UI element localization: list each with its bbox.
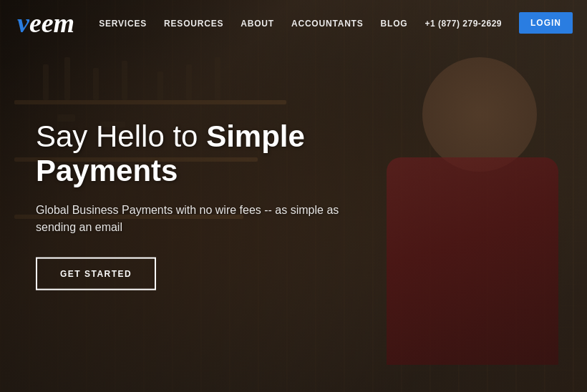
- nav-link-resources[interactable]: RESOURCES: [164, 19, 223, 29]
- hero-section: v eem SERVICES RESOURCES ABOUT ACCOUNTAN…: [0, 0, 587, 392]
- hero-content: Say Hello to Simple Payments Global Busi…: [36, 119, 408, 290]
- get-started-button[interactable]: GET STARTED: [36, 257, 156, 290]
- nav-item-about[interactable]: ABOUT: [241, 16, 274, 29]
- hero-headline: Say Hello to Simple Payments: [36, 119, 408, 189]
- nav-links: SERVICES RESOURCES ABOUT ACCOUNTANTS BLO…: [99, 12, 573, 34]
- nav-link-services[interactable]: SERVICES: [99, 19, 147, 29]
- nav-link-about[interactable]: ABOUT: [241, 19, 274, 29]
- nav-link-blog[interactable]: BLOG: [381, 19, 408, 29]
- nav-phone-number: +1 (877) 279-2629: [425, 19, 502, 29]
- nav-item-services[interactable]: SERVICES: [99, 16, 147, 29]
- nav-link-accountants[interactable]: ACCOUNTANTS: [291, 19, 364, 29]
- navbar: v eem SERVICES RESOURCES ABOUT ACCOUNTAN…: [0, 0, 587, 46]
- login-button[interactable]: LOGIN: [519, 12, 573, 34]
- nav-item-blog[interactable]: BLOG: [381, 16, 408, 29]
- hero-subtext: Global Business Payments with no wire fe…: [36, 201, 344, 235]
- headline-normal-text: Say Hello to: [36, 119, 206, 153]
- nav-item-accountants[interactable]: ACCOUNTANTS: [291, 16, 364, 29]
- nav-phone-item: +1 (877) 279-2629: [425, 16, 502, 29]
- logo-v-letter: v: [17, 9, 29, 36]
- nav-item-resources[interactable]: RESOURCES: [164, 16, 223, 29]
- logo-eem-text: eem: [29, 9, 74, 36]
- login-item[interactable]: LOGIN: [519, 12, 573, 34]
- logo: v eem: [17, 9, 74, 36]
